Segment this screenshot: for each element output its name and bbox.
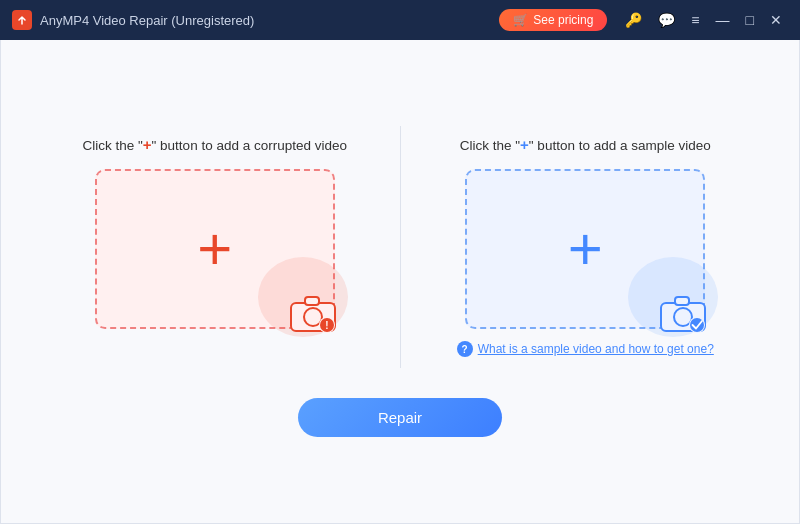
cart-icon: 🛒 — [513, 13, 528, 27]
corrupted-camera-badge: ! — [289, 291, 341, 335]
minimize-button[interactable]: — — [710, 8, 736, 32]
panel-divider — [400, 126, 401, 368]
repair-button[interactable]: Repair — [298, 398, 502, 437]
sample-camera-badge — [659, 291, 711, 335]
close-button[interactable]: ✕ — [764, 8, 788, 32]
titlebar-left: AnyMP4 Video Repair (Unregistered) — [12, 10, 254, 30]
pricing-label: See pricing — [533, 13, 593, 27]
help-link[interactable]: What is a sample video and how to get on… — [478, 341, 714, 358]
sample-plus-symbol: + — [520, 136, 529, 153]
svg-rect-3 — [305, 297, 319, 305]
sample-plus-icon: + — [568, 219, 603, 279]
corrupted-plus-icon: + — [197, 219, 232, 279]
menu-icon-button[interactable]: ≡ — [685, 8, 705, 32]
svg-text:!: ! — [325, 320, 328, 331]
corrupted-plus-symbol: + — [143, 136, 152, 153]
key-icon-button[interactable]: 🔑 — [619, 8, 648, 32]
app-title: AnyMP4 Video Repair (Unregistered) — [40, 13, 254, 28]
corrupted-video-panel: Click the "+" button to add a corrupted … — [40, 126, 390, 339]
app-icon — [12, 10, 32, 30]
corrupted-panel-label: Click the "+" button to add a corrupted … — [82, 136, 347, 153]
panels-container: Click the "+" button to add a corrupted … — [40, 126, 760, 368]
titlebar: AnyMP4 Video Repair (Unregistered) 🛒 See… — [0, 0, 800, 40]
see-pricing-button[interactable]: 🛒 See pricing — [499, 9, 607, 31]
svg-rect-9 — [675, 297, 689, 305]
chat-icon-button[interactable]: 💬 — [652, 8, 681, 32]
maximize-button[interactable]: □ — [740, 8, 760, 32]
main-content: Click the "+" button to add a corrupted … — [0, 40, 800, 524]
help-icon: ? — [457, 341, 473, 357]
sample-panel-label: Click the "+" button to add a sample vid… — [460, 136, 711, 153]
corrupted-drop-zone[interactable]: + ! — [95, 169, 335, 329]
sample-video-panel: Click the "+" button to add a sample vid… — [411, 126, 761, 368]
titlebar-right: 🛒 See pricing 🔑 💬 ≡ — □ ✕ — [499, 8, 788, 32]
help-link-container: ? What is a sample video and how to get … — [457, 341, 714, 358]
sample-drop-zone[interactable]: + — [465, 169, 705, 329]
